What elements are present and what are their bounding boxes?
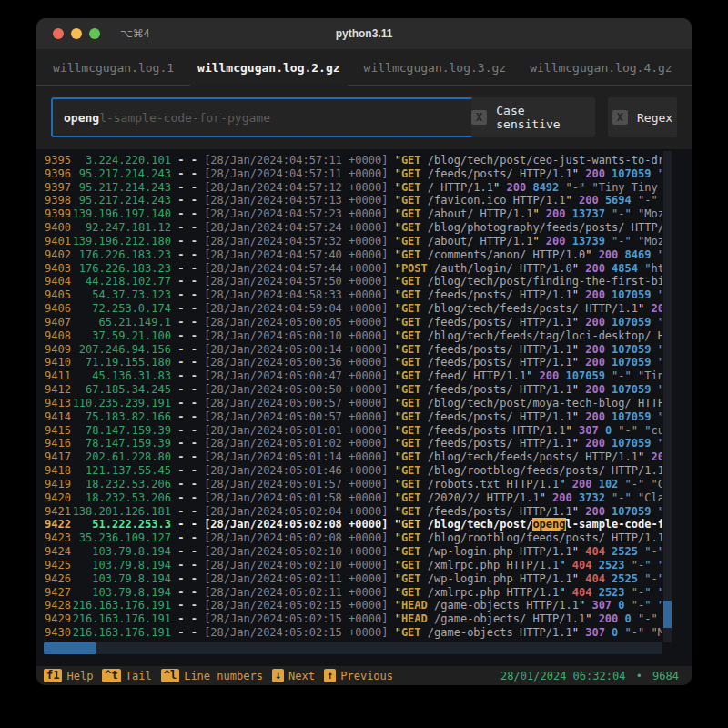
log-row[interactable]: 941678.147.159.39 - - [28/Jan/2024:05:01… bbox=[44, 437, 662, 450]
log-row[interactable]: 9401139.196.212.180 - - [28/Jan/2024:04:… bbox=[44, 235, 662, 248]
log-row[interactable]: 940765.21.149.1 - - [28/Jan/2024:05:00:0… bbox=[44, 316, 662, 329]
client-ip: 121.137.55.45 bbox=[71, 464, 171, 478]
line-number: 9401 bbox=[44, 235, 71, 248]
tab-willmcgugan.log.3.gz[interactable]: willmcgugan.log.3.gz bbox=[364, 49, 507, 86]
footer-hint-help[interactable]: f1Help bbox=[44, 669, 93, 682]
footer-hint-previous[interactable]: ↑Previous bbox=[324, 669, 393, 682]
log-row[interactable]: 939895.217.214.243 - - [28/Jan/2024:04:5… bbox=[44, 194, 662, 207]
log-row[interactable]: 93953.224.220.101 - - [28/Jan/2024:04:57… bbox=[44, 154, 662, 167]
log-line-text: - - [28/Jan/2024:05:00:10 +0000] "GET /b… bbox=[171, 329, 662, 343]
line-number: 9414 bbox=[44, 410, 71, 424]
line-number: 9428 bbox=[44, 599, 71, 612]
hint-label: Line numbers bbox=[184, 670, 263, 682]
tab-willmcgugan.log.4.gz[interactable]: willmcgugan.log.4.gz bbox=[530, 49, 672, 86]
log-row[interactable]: 9426103.79.8.194 - - [28/Jan/2024:05:02:… bbox=[44, 572, 662, 586]
log-row[interactable]: 9403176.226.183.23 - - [28/Jan/2024:04:5… bbox=[44, 262, 662, 276]
log-row[interactable]: 9417202.61.228.80 - - [28/Jan/2024:05:01… bbox=[44, 450, 662, 464]
tab-willmcgugan.log.1[interactable]: willmcgugan.log.1 bbox=[53, 49, 174, 86]
search-suggestion-text: l-sample-code-for-pygame bbox=[99, 111, 270, 125]
log-line-text: - - [28/Jan/2024:05:02:08 +0000] "GET /b… bbox=[171, 531, 662, 545]
search-typed-text: openg bbox=[64, 111, 99, 125]
search-input[interactable]: opengl-sample-code-for-pygame bbox=[51, 97, 479, 137]
log-row[interactable]: 9427103.79.8.194 - - [28/Jan/2024:05:02:… bbox=[44, 586, 662, 600]
line-number: 9408 bbox=[44, 329, 71, 343]
log-row[interactable]: 939795.217.214.243 - - [28/Jan/2024:04:5… bbox=[44, 181, 662, 195]
log-row[interactable]: 9424103.79.8.194 - - [28/Jan/2024:05:02:… bbox=[44, 545, 662, 559]
log-line-text: - - [28/Jan/2024:05:01:58 +0000] "GET /2… bbox=[171, 491, 662, 505]
log-row[interactable]: 942018.232.53.206 - - [28/Jan/2024:05:01… bbox=[44, 491, 662, 505]
regex-button[interactable]: X Regex bbox=[608, 97, 677, 137]
hint-keycap: ↓ bbox=[272, 669, 284, 682]
log-line-text: - - [28/Jan/2024:04:57:12 +0000] "GET / … bbox=[171, 181, 662, 195]
footer-hint-next[interactable]: ↓Next bbox=[272, 669, 315, 682]
client-ip: 103.79.8.194 bbox=[71, 572, 171, 586]
line-number: 9425 bbox=[44, 559, 71, 572]
log-rows: 93953.224.220.101 - - [28/Jan/2024:04:57… bbox=[44, 154, 662, 640]
client-ip: 72.253.0.174 bbox=[71, 302, 171, 316]
log-row[interactable]: 941145.136.31.83 - - [28/Jan/2024:05:00:… bbox=[44, 369, 662, 383]
line-number: 9404 bbox=[44, 275, 71, 288]
regex-keycap: X bbox=[612, 110, 628, 125]
footer-hint-tail[interactable]: ^tTail bbox=[102, 669, 151, 682]
line-number: 9426 bbox=[44, 572, 71, 586]
horizontal-scrollbar-thumb[interactable] bbox=[44, 642, 96, 654]
terminal-window: ⌥⌘4 python3.11 willmcgugan.log.1willmcgu… bbox=[36, 18, 692, 685]
log-row[interactable]: 941918.232.53.206 - - [28/Jan/2024:05:01… bbox=[44, 478, 662, 491]
log-view: 93953.224.220.101 - - [28/Jan/2024:04:57… bbox=[36, 149, 692, 666]
client-ip: 103.79.8.194 bbox=[71, 586, 171, 600]
log-row[interactable]: 9413110.235.239.191 - - [28/Jan/2024:05:… bbox=[44, 397, 662, 410]
hint-keycap: ↑ bbox=[324, 669, 336, 682]
line-number: 9421 bbox=[44, 505, 71, 519]
log-row[interactable]: 942335.236.109.127 - - [28/Jan/2024:05:0… bbox=[44, 531, 662, 545]
log-line-text: - - [28/Jan/2024:04:57:40 +0000] "GET /c… bbox=[171, 248, 662, 262]
client-ip: 18.232.53.206 bbox=[71, 491, 171, 505]
line-number: 9418 bbox=[44, 464, 71, 478]
log-row[interactable]: 9421138.201.126.181 - - [28/Jan/2024:05:… bbox=[44, 505, 662, 519]
hint-keycap: ^t bbox=[102, 669, 120, 682]
line-number: 9396 bbox=[44, 167, 71, 181]
log-row[interactable]: 9429216.163.176.191 - - [28/Jan/2024:05:… bbox=[44, 612, 662, 626]
log-line-text: - - [28/Jan/2024:05:02:11 +0000] "GET /w… bbox=[171, 572, 662, 586]
tab-willmcgugan.log.2.gz[interactable]: willmcgugan.log.2.gz bbox=[197, 49, 340, 86]
log-row[interactable]: 941475.183.82.166 - - [28/Jan/2024:05:00… bbox=[44, 410, 662, 424]
log-row[interactable]: 9402176.226.183.23 - - [28/Jan/2024:04:5… bbox=[44, 248, 662, 262]
log-row[interactable]: 940092.247.181.12 - - [28/Jan/2024:04:57… bbox=[44, 221, 662, 235]
log-line-text: - - [28/Jan/2024:05:01:01 +0000] "GET /f… bbox=[171, 424, 662, 438]
vertical-scrollbar[interactable] bbox=[663, 151, 672, 642]
log-row[interactable]: 939695.217.214.243 - - [28/Jan/2024:04:5… bbox=[44, 167, 662, 181]
log-line-text: - - [28/Jan/2024:05:01:46 +0000] "GET /b… bbox=[171, 464, 662, 478]
regex-label: Regex bbox=[637, 111, 672, 125]
log-row[interactable]: 940672.253.0.174 - - [28/Jan/2024:04:59:… bbox=[44, 302, 662, 316]
log-row[interactable]: 9399139.196.197.140 - - [28/Jan/2024:04:… bbox=[44, 207, 662, 221]
log-row-focused[interactable]: 942251.222.253.3 - - [28/Jan/2024:05:02:… bbox=[44, 518, 662, 531]
client-ip: 138.201.126.181 bbox=[71, 505, 171, 519]
log-row[interactable]: 9409207.246.94.156 - - [28/Jan/2024:05:0… bbox=[44, 343, 662, 357]
vertical-scrollbar-thumb[interactable] bbox=[663, 601, 672, 628]
footer-hint-line-numbers[interactable]: ^lLine numbers bbox=[161, 669, 263, 682]
line-number: 9395 bbox=[44, 154, 71, 167]
client-ip: 95.217.214.243 bbox=[71, 194, 171, 207]
log-row[interactable]: 9430216.163.176.191 - - [28/Jan/2024:05:… bbox=[44, 626, 662, 640]
case-sensitive-button[interactable]: X Case sensitive bbox=[471, 97, 595, 137]
log-row[interactable]: 9418121.137.55.45 - - [28/Jan/2024:05:01… bbox=[44, 464, 662, 478]
log-row[interactable]: 940554.37.73.123 - - [28/Jan/2024:04:58:… bbox=[44, 288, 662, 302]
horizontal-scrollbar[interactable] bbox=[44, 642, 662, 654]
log-line-text: - - [28/Jan/2024:05:01:02 +0000] "GET /f… bbox=[171, 437, 662, 450]
line-number: 9400 bbox=[44, 221, 71, 235]
line-number: 9406 bbox=[44, 302, 71, 316]
client-ip: 92.247.181.12 bbox=[71, 221, 171, 235]
log-row[interactable]: 940444.218.102.77 - - [28/Jan/2024:04:57… bbox=[44, 275, 662, 288]
client-ip: 67.185.34.245 bbox=[71, 383, 171, 397]
client-ip: 103.79.8.194 bbox=[71, 545, 171, 559]
log-row[interactable]: 941578.147.159.39 - - [28/Jan/2024:05:01… bbox=[44, 424, 662, 438]
log-row[interactable]: 9428216.163.176.191 - - [28/Jan/2024:05:… bbox=[44, 599, 662, 612]
log-row[interactable]: 940837.59.21.100 - - [28/Jan/2024:05:00:… bbox=[44, 329, 662, 343]
client-ip: 207.246.94.156 bbox=[71, 343, 171, 357]
client-ip: 45.136.31.83 bbox=[71, 369, 171, 383]
client-ip: 3.224.220.101 bbox=[71, 154, 171, 167]
footer-line-count: 9684 bbox=[652, 670, 679, 682]
log-row[interactable]: 9425103.79.8.194 - - [28/Jan/2024:05:02:… bbox=[44, 559, 662, 572]
log-row[interactable]: 941071.19.155.180 - - [28/Jan/2024:05:00… bbox=[44, 356, 662, 369]
log-line-text: - - [28/Jan/2024:05:01:57 +0000] "GET /r… bbox=[171, 478, 662, 491]
log-row[interactable]: 941267.185.34.245 - - [28/Jan/2024:05:00… bbox=[44, 383, 662, 397]
